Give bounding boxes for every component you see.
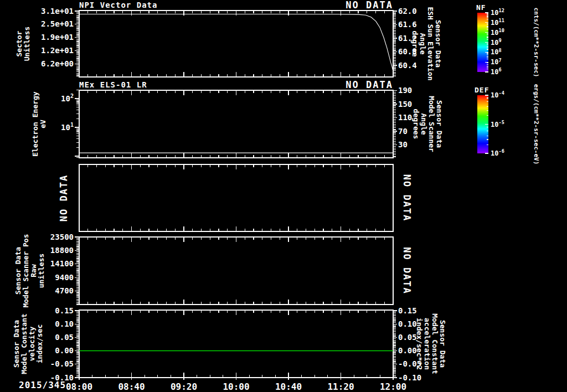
left-axis-label: Model Constant	[20, 313, 28, 374]
colorbar-tick-label: 10-5	[491, 120, 504, 128]
x-axis-date-label: 2015/345	[19, 381, 66, 390]
colorbar-tick-label: 106	[491, 67, 502, 76]
y-tick-label: 0.05	[398, 333, 417, 342]
plot-screen: 3.1e+012.5e+011.9e+011.2e+016.2e+00Secto…	[0, 0, 567, 392]
right-axis-label: Angle	[419, 33, 427, 54]
x-tick-label: 10:40	[275, 381, 302, 392]
right-axis-label: degree	[411, 31, 419, 57]
right-axis-label: Sensor Data	[439, 320, 447, 368]
left-axis-label: Sector	[15, 30, 23, 56]
y-tick-label: 62.0	[398, 7, 417, 16]
right-axis-label: ESH Sun Elevation	[426, 7, 435, 80]
x-tick-label: 10:00	[223, 381, 249, 392]
y-tick-label: 61.6	[398, 20, 417, 29]
left-axis-label: velocity	[28, 327, 36, 362]
colorbar-tick-label: 107	[491, 58, 502, 66]
y-tick-label: 110	[398, 113, 412, 122]
x-tick-label: 09:20	[171, 381, 197, 392]
y-tick-label: 9400	[55, 273, 74, 282]
left-axis-label: eV	[39, 120, 47, 128]
panel-4-frame	[79, 237, 393, 305]
no-data-label-right: NO DATA	[401, 247, 413, 295]
x-tick-label: 11:20	[327, 381, 354, 392]
y-tick-label: -0.05	[50, 359, 74, 368]
colorbar-nf-title: NF	[476, 4, 486, 11]
y-tick-label: 1.2e+01	[41, 46, 74, 55]
left-axis-label: Raw	[29, 264, 38, 277]
plot-canvas: 3.1e+012.5e+011.9e+011.2e+016.2e+00Secto…	[0, 0, 567, 392]
right-axis-label: Angle	[420, 113, 428, 135]
y-tick-label: 101	[61, 122, 74, 131]
panel2-title: MEx ELS-01 LR	[79, 81, 147, 89]
panel1-no-data-label: NO DATA	[346, 1, 393, 10]
panel2-no-data-label: NO DATA	[346, 80, 393, 90]
x-tick-label: 08:40	[118, 381, 145, 392]
y-tick-label: -0.10	[398, 373, 421, 382]
y-tick-label: 0.00	[55, 346, 74, 355]
colorbar-def-title: DEF	[475, 86, 489, 94]
y-tick-label: 0.10	[55, 319, 74, 328]
right-axis-label: Sensor Data	[434, 20, 442, 68]
colorbar-tick-label: 1012	[491, 8, 504, 17]
panel-5-frame	[79, 310, 393, 378]
y-tick-label: 6.2e+00	[41, 59, 74, 68]
colorbar-def-unit: ergs/(cm**2-sr-sec-eV)	[533, 84, 540, 165]
y-tick-label: 150	[398, 100, 412, 109]
y-tick-label: 0.10	[398, 319, 417, 328]
colorbar-tick-label: 1011	[491, 18, 504, 27]
y-tick-label: 0.00	[398, 346, 417, 355]
panel-2-frame	[79, 90, 393, 158]
no-data-label-left: NO DATA	[58, 174, 69, 222]
left-axis-label: Unitless	[23, 27, 31, 61]
colorbar-tick-label: 1010	[491, 28, 504, 37]
y-tick-label: 0.05	[55, 333, 74, 342]
series-esh-sun-elevation-angle	[79, 14, 393, 70]
y-tick-label: 0.15	[398, 306, 417, 315]
colorbar-nf-unit: cnts/(cm**2-sr-sec)	[533, 8, 540, 78]
left-axis-label: Electron Energy	[31, 91, 39, 157]
left-axis-label: unitless	[37, 254, 45, 288]
y-tick-label: 0.15	[55, 306, 74, 315]
y-tick-label: 190	[398, 86, 412, 95]
panel-1-frame	[79, 11, 393, 77]
left-axis-label: index/sec	[35, 324, 44, 363]
left-axis-label: Sensor Data	[14, 247, 22, 295]
y-tick-label: 60.4	[398, 61, 417, 70]
right-axis-label: Model Scanner	[427, 96, 436, 152]
y-tick-label: 70	[398, 127, 408, 136]
y-tick-label: 14100	[50, 259, 74, 268]
y-tick-label: 102	[61, 93, 74, 102]
y-tick-label: 1.9e+01	[41, 33, 74, 42]
right-axis-label: Model Constant	[431, 313, 439, 374]
y-tick-label: 3.1e+01	[41, 7, 74, 16]
x-tick-label: 12:00	[380, 381, 406, 392]
colorbar-tick-label: 108	[491, 48, 502, 56]
y-tick-label: 2.5e+01	[41, 19, 74, 28]
y-tick-label: 30	[398, 140, 408, 149]
colorbar-tick-label: 10-4	[491, 90, 504, 99]
colorbar-tick-label: 109	[491, 38, 502, 47]
colorbar-tick-label: 10-6	[491, 148, 504, 157]
no-data-label-right: NO DATA	[401, 174, 413, 222]
right-axis-label: Sensor Data	[435, 100, 444, 148]
right-axis-label: acceleration	[423, 318, 431, 370]
panel-3-frame	[79, 164, 393, 231]
left-axis-label: Sensor Data	[12, 320, 20, 368]
y-tick-label: 18800	[50, 246, 74, 255]
right-axis-label: index/sec**2	[415, 318, 424, 370]
right-axis-label: degrees	[412, 109, 420, 140]
y-tick-label: 4700	[55, 286, 74, 295]
y-tick-label: 23500	[50, 233, 74, 241]
x-tick-label: 08:00	[66, 381, 92, 392]
left-axis-label: Model Scanner Pos	[22, 234, 30, 307]
panel1-title: NPI Vector Data	[79, 1, 157, 9]
